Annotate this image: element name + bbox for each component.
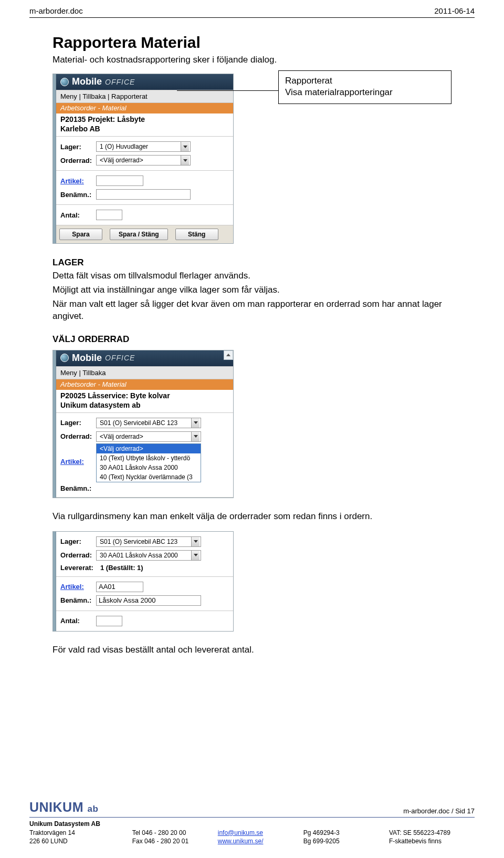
footer-web[interactable]: www.unikum.se/ xyxy=(218,838,264,845)
label-benamn: Benämn.: xyxy=(60,484,93,492)
window-left-rail xyxy=(53,350,56,498)
post-panel2-text: Via rullgardinsmeny kan man enkelt välja… xyxy=(52,511,452,523)
window-left-rail xyxy=(53,532,56,631)
heading-valj-orderrad: VÄLJ ORDERRAD xyxy=(52,334,452,345)
footer-pg: Pg 469294-3 xyxy=(303,829,389,837)
subheader: Arbetsorder - Material xyxy=(56,379,233,390)
chevron-down-icon[interactable] xyxy=(191,432,200,441)
label-antal: Antal: xyxy=(60,211,93,219)
input-benamn[interactable] xyxy=(96,189,191,200)
label-artikel[interactable]: Artikel: xyxy=(60,177,93,185)
footer-email[interactable]: info@unikum.se xyxy=(218,829,263,836)
screenshot-1-wrap: Rapporterat Visa materialrapporteringar … xyxy=(52,74,452,244)
menu-bar[interactable]: Meny | Tillbaka xyxy=(56,366,233,379)
chevron-down-icon[interactable] xyxy=(191,537,200,546)
footer-company: Unikum Datasystem AB xyxy=(29,820,132,828)
label-benamn: Benämn.: xyxy=(60,191,93,199)
page-footer: UNIKUM ab m-arborder.doc / Sid 17 Unikum… xyxy=(29,800,475,845)
lager-p2: Möjligt att via inställningar ange vilka… xyxy=(52,284,452,296)
form-block-2: Artikel: Benämn.: xyxy=(56,171,233,205)
label-orderrad: Orderrad: xyxy=(60,432,93,440)
label-levererat: Levererat: xyxy=(60,564,97,572)
form-block-3: Antal: xyxy=(56,205,233,225)
footer-bg: Bg 699-9205 xyxy=(303,837,389,845)
form-block-1: Lager: S01 (O) Servicebil ABC 123 Orderr… xyxy=(56,413,233,498)
screenshot-3: Lager: S01 (O) Servicebil ABC 123 Orderr… xyxy=(52,531,234,632)
select-lager[interactable]: S01 (O) Servicebil ABC 123 xyxy=(96,536,201,547)
page-header: m-arborder.doc 2011-06-14 xyxy=(0,0,504,17)
intro-paragraph: Material- och kostnadsrapportering sker … xyxy=(52,55,452,65)
heading-lager: LAGER xyxy=(52,257,452,268)
label-lager: Lager: xyxy=(60,419,93,427)
input-artikel[interactable]: AA01 xyxy=(96,582,143,592)
subheader: Arbetsorder - Material xyxy=(56,103,233,113)
footer-fskatt: F-skattebevis finns xyxy=(389,837,475,845)
app-header: Mobile OFFICE xyxy=(56,350,233,366)
levererat-value: 1 (Beställt: 1) xyxy=(100,564,143,572)
form-block-1: Lager: 1 (O) Huvudlager Orderrad: <Välj … xyxy=(56,137,233,171)
label-lager: Lager: xyxy=(60,143,93,151)
project-line: P20025 Låsservice: Byte kolvar xyxy=(56,390,233,401)
customer-line: Karlebo AB xyxy=(56,125,233,137)
page-ref: m-arborder.doc / Sid 17 xyxy=(403,807,475,815)
app-header: Mobile OFFICE xyxy=(56,74,233,90)
screenshot-2: Mobile OFFICE Meny | Tillbaka Arbetsorde… xyxy=(52,350,234,498)
globe-icon xyxy=(60,354,69,362)
brand-mobile: Mobile xyxy=(72,76,102,87)
label-antal: Antal: xyxy=(60,617,93,625)
button-bar: Spara Spara / Stäng Stäng xyxy=(56,225,233,243)
window-left-rail xyxy=(53,74,56,243)
select-lager[interactable]: S01 (O) Servicebil ABC 123 xyxy=(96,418,201,428)
label-orderrad: Orderrad: xyxy=(60,551,93,559)
select-orderrad[interactable]: <Välj orderrad> xyxy=(96,155,191,166)
footer-addr2: 226 60 LUND xyxy=(29,837,132,845)
post-panel3-text: För vald rad visas beställt antal och le… xyxy=(52,644,452,656)
screenshot-1: Mobile OFFICE Meny | Tillbaka | Rapporte… xyxy=(52,74,234,244)
footer-rule xyxy=(29,817,475,818)
select-orderrad[interactable]: <Välj orderrad> xyxy=(96,431,201,442)
form-block-1: Lager: S01 (O) Servicebil ABC 123 Orderr… xyxy=(56,532,233,577)
spara-button[interactable]: Spara xyxy=(59,229,102,240)
form-block-3: Antal: xyxy=(56,611,233,631)
label-artikel[interactable]: Artikel: xyxy=(60,583,93,591)
input-antal[interactable] xyxy=(96,616,122,626)
spara-stang-button[interactable]: Spara / Stäng xyxy=(110,229,168,240)
select-orderrad[interactable]: 30 AA01 Låskolv Assa 2000 xyxy=(96,550,201,561)
input-benamn[interactable]: Låskolv Assa 2000 xyxy=(96,595,201,606)
brand-office: OFFICE xyxy=(105,354,135,362)
chevron-down-icon[interactable] xyxy=(181,156,189,165)
footer-columns: Unikum Datasystem AB Traktorvägen 14 226… xyxy=(29,820,475,845)
callout-box: Rapporterat Visa materialrapporteringar xyxy=(278,70,452,104)
customer-line: Unikum datasystem ab xyxy=(56,401,233,413)
lager-p1: Detta fält visas om tillvalsmodul flerla… xyxy=(52,270,452,282)
footer-vat: VAT: SE 556223-4789 xyxy=(389,829,475,837)
dropdown-option[interactable]: <Välj orderrad> xyxy=(97,444,201,453)
header-filename: m-arborder.doc xyxy=(29,6,83,15)
dropdown-option[interactable]: 40 (Text) Nycklar överlämnade (3 xyxy=(97,472,201,482)
header-rule xyxy=(29,17,475,18)
brand-mobile: Mobile xyxy=(72,353,102,364)
footer-fax: Fax 046 - 280 20 01 xyxy=(132,837,218,845)
input-artikel[interactable] xyxy=(96,175,143,186)
input-antal[interactable] xyxy=(96,210,122,220)
chevron-down-icon[interactable] xyxy=(191,551,200,560)
footer-tel: Tel 046 - 280 20 00 xyxy=(132,829,218,837)
select-lager[interactable]: 1 (O) Huvudlager xyxy=(96,141,191,152)
label-lager: Lager: xyxy=(60,537,93,545)
stang-button[interactable]: Stäng xyxy=(175,229,218,240)
header-date: 2011-06-14 xyxy=(434,6,475,15)
chevron-down-icon[interactable] xyxy=(181,142,189,151)
menu-bar[interactable]: Meny | Tillbaka | Rapporterat xyxy=(56,90,233,103)
form-block-2: Artikel: AA01 Benämn.: Låskolv Assa 2000 xyxy=(56,577,233,611)
label-benamn: Benämn.: xyxy=(60,596,93,604)
footer-addr1: Traktorvägen 14 xyxy=(29,829,132,837)
label-orderrad: Orderrad: xyxy=(60,157,93,164)
chevron-down-icon[interactable] xyxy=(191,418,200,428)
label-artikel[interactable]: Artikel: xyxy=(60,458,93,466)
unikum-logo: UNIKUM ab xyxy=(29,800,98,815)
brand-office: OFFICE xyxy=(105,78,135,86)
dropdown-option[interactable]: 10 (Text) Utbyte låskolv - ytterdö xyxy=(97,453,201,463)
callout-line1: Rapporterat xyxy=(285,75,445,87)
scroll-up-icon[interactable] xyxy=(224,350,233,360)
page-title: Rapportera Material xyxy=(52,34,452,51)
